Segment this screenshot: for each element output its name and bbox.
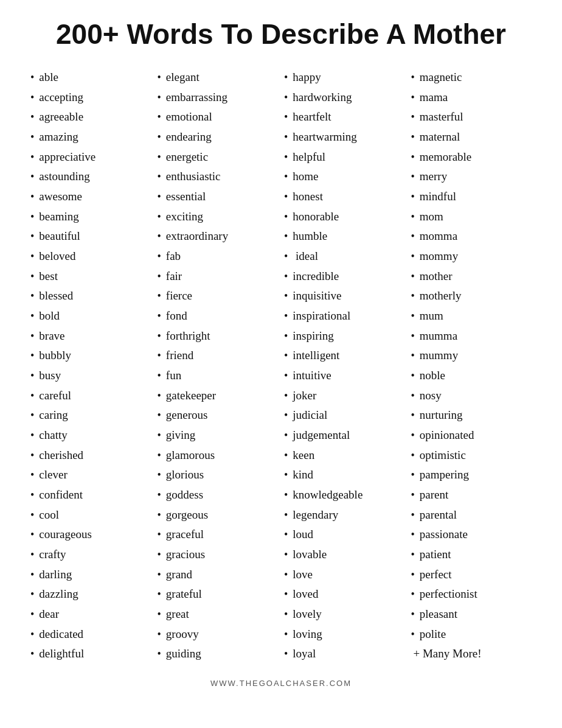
list-item: graceful: [158, 525, 279, 545]
list-item: pampering: [411, 465, 532, 485]
list-item: noble: [411, 366, 532, 386]
list-item: great: [158, 604, 279, 625]
word-column-col3: happyhardworkingheartfeltheartwarminghel…: [284, 68, 405, 664]
list-item: love: [284, 565, 405, 585]
list-item: mama: [411, 88, 532, 108]
list-item: clever: [30, 465, 151, 485]
list-item: dear: [30, 604, 151, 625]
list-item: elegant: [158, 68, 279, 88]
list-item: guiding: [158, 644, 279, 664]
list-item: exciting: [158, 207, 279, 227]
list-item: gatekeeper: [158, 386, 279, 406]
list-item: magnetic: [411, 68, 532, 88]
list-item: honorable: [284, 207, 405, 227]
list-item: emotional: [158, 107, 279, 127]
list-item: grateful: [158, 584, 279, 604]
list-item: judgemental: [284, 425, 405, 446]
word-columns: ableacceptingagreeableamazingappreciativ…: [24, 68, 538, 664]
word-column-col2: elegantembarrassingemotionalendearingene…: [158, 68, 279, 664]
list-item: lovable: [284, 545, 405, 565]
list-item: extraordinary: [158, 226, 279, 247]
list-item: mommy: [411, 247, 532, 267]
list-item: mindful: [411, 187, 532, 207]
list-item: pleasant: [411, 604, 532, 625]
list-item: legendary: [284, 505, 405, 525]
list-item: merry: [411, 167, 532, 187]
list-item: gracious: [158, 545, 279, 565]
list-item: agreeable: [30, 107, 151, 127]
list-item: momma: [411, 226, 532, 247]
list-item: giving: [158, 425, 279, 446]
list-item: generous: [158, 405, 279, 425]
list-item: mother: [411, 267, 532, 287]
list-item: appreciative: [30, 147, 151, 167]
list-item: embarrassing: [158, 88, 279, 108]
list-item: blessed: [30, 286, 151, 306]
list-item: loving: [284, 625, 405, 645]
page-title: 200+ Words To Describe A Mother: [24, 18, 538, 51]
list-item: parent: [411, 485, 532, 505]
list-item: hardworking: [284, 88, 405, 108]
list-item: confident: [30, 485, 151, 505]
list-item: passionate: [411, 525, 532, 545]
list-item: groovy: [158, 625, 279, 645]
list-item: joker: [284, 386, 405, 406]
list-item: delightful: [30, 644, 151, 664]
list-item: glorious: [158, 465, 279, 485]
word-column-col1: ableacceptingagreeableamazingappreciativ…: [30, 68, 151, 664]
list-item: mum: [411, 306, 532, 326]
list-item: forthright: [158, 326, 279, 346]
list-item: brave: [30, 326, 151, 346]
list-item: nosy: [411, 386, 532, 406]
list-item: motherly: [411, 286, 532, 306]
list-item: beloved: [30, 247, 151, 267]
list-item: loved: [284, 584, 405, 604]
list-item: courageous: [30, 525, 151, 545]
list-item: endearing: [158, 127, 279, 147]
list-item: beaming: [30, 207, 151, 227]
list-item: happy: [284, 68, 405, 88]
list-item: accepting: [30, 88, 151, 108]
more-note: + Many More!: [411, 644, 532, 664]
list-item: enthusiastic: [158, 167, 279, 187]
list-item: parental: [411, 505, 532, 525]
list-item: mom: [411, 207, 532, 227]
list-item: energetic: [158, 147, 279, 167]
list-item: loyal: [284, 644, 405, 664]
list-item: dazzling: [30, 584, 151, 604]
list-item: chatty: [30, 425, 151, 446]
list-item: memorable: [411, 147, 532, 167]
list-item: perfect: [411, 565, 532, 585]
list-item: home: [284, 167, 405, 187]
list-item: cool: [30, 505, 151, 525]
list-item: masterful: [411, 107, 532, 127]
list-item: patient: [411, 545, 532, 565]
footer-url: WWW.THEGOALCHASER.COM: [24, 679, 538, 688]
list-item: loud: [284, 525, 405, 545]
list-item: bubbly: [30, 346, 151, 366]
list-item: able: [30, 68, 151, 88]
list-item: crafty: [30, 545, 151, 565]
list-item: honest: [284, 187, 405, 207]
list-item: glamorous: [158, 446, 279, 466]
list-item: cherished: [30, 446, 151, 466]
list-item: heartfelt: [284, 107, 405, 127]
list-item: knowledgeable: [284, 485, 405, 505]
list-item: friend: [158, 346, 279, 366]
list-item: optimistic: [411, 446, 532, 466]
list-item: awesome: [30, 187, 151, 207]
list-item: goddess: [158, 485, 279, 505]
list-item: ideal: [284, 247, 405, 267]
word-column-col4: magneticmamamasterfulmaternalmemorableme…: [411, 68, 532, 664]
list-item: lovely: [284, 604, 405, 625]
list-item: mummy: [411, 346, 532, 366]
list-item: amazing: [30, 127, 151, 147]
list-item: fun: [158, 366, 279, 386]
list-item: inspirational: [284, 306, 405, 326]
list-item: opinionated: [411, 425, 532, 446]
list-item: astounding: [30, 167, 151, 187]
list-item: maternal: [411, 127, 532, 147]
list-item: dedicated: [30, 625, 151, 645]
list-item: keen: [284, 446, 405, 466]
list-item: inspiring: [284, 326, 405, 346]
